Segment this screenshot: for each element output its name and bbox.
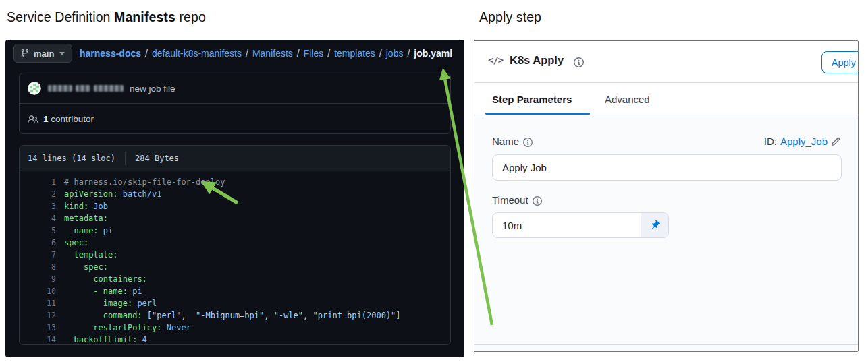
line-number[interactable]: 1 — [38, 176, 56, 188]
commit-message[interactable]: new job file — [130, 84, 175, 94]
branch-selector-button[interactable]: main — [13, 44, 72, 63]
code-line: 6spec: — [20, 237, 450, 249]
line-number[interactable]: 3 — [38, 200, 56, 212]
code-step-icon: </> — [488, 55, 503, 65]
screenshot-stage: Service Definition Manifests repo Apply … — [0, 0, 868, 362]
line-text: command: ["perl", "-Mbignum=bpi", "-wle"… — [64, 311, 401, 320]
line-number[interactable]: 4 — [38, 212, 56, 224]
file-lines-stat: 14 lines (14 sloc) — [28, 154, 115, 163]
line-number[interactable]: 2 — [38, 188, 56, 200]
breadcrumb-segment-link[interactable]: templates — [334, 48, 375, 59]
step-tabs: Step Parameters Advanced — [474, 83, 858, 115]
info-icon[interactable] — [574, 56, 584, 68]
code-line: 11 image: perl — [20, 297, 450, 309]
commit-row: new job file — [20, 73, 450, 104]
code-line: 14 backoffLimit: 4 — [20, 334, 450, 345]
commit-author-redacted — [48, 85, 127, 92]
line-text: apiVersion: batch/v1 — [64, 189, 162, 199]
line-number[interactable]: 14 — [38, 334, 56, 345]
line-number[interactable]: 9 — [38, 273, 56, 285]
file-size-stat: 284 Bytes — [135, 154, 179, 163]
step-parameters-form: Name ID: Apply_Job Timeout — [474, 115, 858, 352]
step-id-row: ID: Apply_Job — [764, 135, 840, 147]
file-viewer-card: 14 lines (14 sloc) 284 Bytes 1# harness.… — [19, 145, 451, 345]
line-text: containers: — [64, 274, 147, 284]
id-label: ID: — [764, 135, 777, 147]
breadcrumb-separator: / — [145, 48, 148, 59]
code-line: 9 containers: — [20, 273, 450, 285]
step-title: K8s Apply — [510, 54, 564, 67]
breadcrumb: harness-docs / default-k8s-manifests / M… — [80, 40, 452, 67]
code-line: 1# harness.io/skip-file-for-deploy — [20, 176, 450, 188]
info-icon[interactable] — [533, 194, 542, 206]
line-number[interactable]: 7 — [38, 249, 56, 261]
line-number[interactable]: 8 — [38, 261, 56, 273]
line-text: backoffLimit: 4 — [64, 335, 147, 344]
line-text: template: — [64, 250, 117, 260]
timeout-field-label: Timeout — [492, 194, 542, 206]
line-text: - name: pi — [64, 286, 142, 296]
name-field-label: Name — [492, 135, 533, 147]
line-number[interactable]: 11 — [38, 297, 56, 309]
latest-commit-box: new job file 1 contributor — [19, 73, 451, 134]
left-figure-title: Service Definition Manifests repo — [7, 9, 206, 25]
timeout-input[interactable] — [493, 213, 641, 237]
breadcrumb-segment-link[interactable]: Files — [304, 48, 324, 59]
contributor-label: contributor — [51, 114, 94, 124]
breadcrumb-separator: / — [327, 48, 330, 59]
edit-pencil-icon[interactable] — [831, 137, 840, 146]
line-text: name: pi — [64, 226, 113, 235]
tab-advanced[interactable]: Advanced — [605, 83, 650, 115]
line-number[interactable]: 12 — [38, 309, 56, 322]
line-text: kind: Job — [64, 202, 108, 211]
contributors-text: 1 contributor — [43, 114, 94, 124]
code-line: 13 restartPolicy: Never — [20, 322, 450, 334]
title-text: Apply step — [479, 9, 541, 24]
title-bold-text: Manifests — [114, 9, 175, 24]
breadcrumb-separator: / — [407, 48, 410, 59]
breadcrumb-separator: / — [297, 48, 300, 59]
info-icon[interactable] — [523, 135, 533, 147]
code-line: 10 - name: pi — [20, 285, 450, 297]
breadcrumb-separator: / — [379, 48, 382, 59]
file-stats-header: 14 lines (14 sloc) 284 Bytes — [20, 146, 450, 171]
code-line: 3kind: Job — [20, 200, 450, 212]
code-line: 5 name: pi — [20, 224, 450, 237]
name-input[interactable] — [492, 154, 842, 181]
name-label-text: Name — [492, 135, 519, 147]
line-text: image: perl — [64, 299, 157, 308]
line-number[interactable]: 5 — [38, 224, 56, 237]
line-number[interactable]: 13 — [38, 322, 56, 334]
github-repo-panel: main harness-docs / default-k8s-manifest… — [5, 40, 464, 357]
breadcrumb-segment-link[interactable]: default-k8s-manifests — [152, 48, 242, 59]
timeout-label-text: Timeout — [492, 194, 528, 206]
step-panel-header: </> K8s Apply Apply — [474, 41, 858, 83]
breadcrumb-current-file: job.yaml — [414, 48, 452, 59]
line-text: spec: — [64, 262, 108, 272]
line-text: spec: — [64, 238, 88, 247]
breadcrumb-segment-link[interactable]: Manifests — [252, 48, 293, 59]
title-text: Service Definition — [7, 9, 114, 24]
step-id-link[interactable]: Apply_Job — [780, 135, 828, 147]
line-number[interactable]: 6 — [38, 237, 56, 249]
people-icon — [28, 114, 38, 125]
breadcrumb-repo-link[interactable]: harness-docs — [80, 48, 141, 59]
tab-step-parameters[interactable]: Step Parameters — [492, 83, 572, 115]
active-tab-underline — [485, 113, 590, 115]
breadcrumb-segment-link[interactable]: jobs — [386, 48, 404, 59]
stats-divider — [125, 152, 126, 165]
line-number[interactable]: 10 — [38, 285, 56, 297]
breadcrumb-separator: / — [246, 48, 248, 59]
avatar[interactable] — [28, 82, 41, 95]
line-text: # harness.io/skip-file-for-deploy — [64, 177, 225, 187]
section-divider — [474, 344, 858, 345]
apply-button[interactable]: Apply — [821, 51, 859, 73]
line-text: restartPolicy: Never — [64, 323, 191, 332]
right-figure-title: Apply step — [479, 9, 541, 25]
git-branch-icon — [20, 49, 30, 58]
code-line: 7 template: — [20, 249, 450, 261]
code-line: 2apiVersion: batch/v1 — [20, 188, 450, 200]
contributors-row[interactable]: 1 contributor — [20, 104, 450, 134]
code-line: 12 command: ["perl", "-Mbignum=bpi", "-w… — [20, 309, 450, 322]
pin-icon[interactable] — [641, 213, 668, 237]
